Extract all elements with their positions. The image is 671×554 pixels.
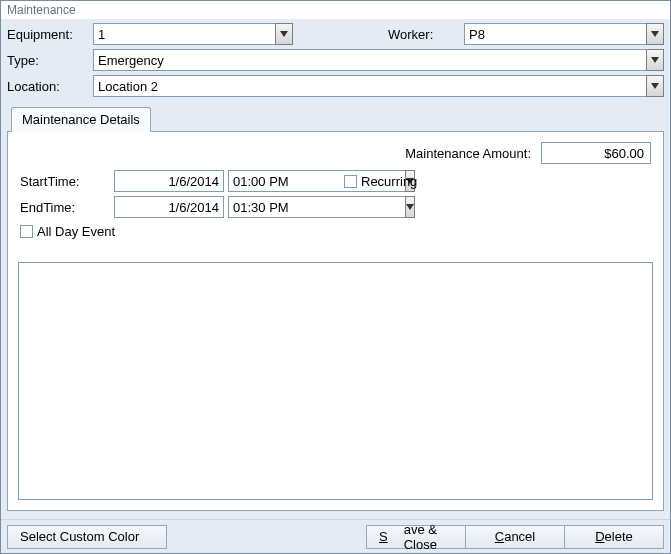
delete-button[interactable]: Delete bbox=[564, 525, 664, 549]
notes-textarea[interactable] bbox=[18, 262, 653, 500]
chevron-down-icon bbox=[406, 204, 414, 210]
all-day-checkbox[interactable] bbox=[20, 225, 33, 238]
chevron-down-icon bbox=[280, 31, 288, 37]
type-dropdown-button[interactable] bbox=[646, 49, 664, 71]
tab-maintenance-details[interactable]: Maintenance Details bbox=[11, 107, 151, 132]
window-title: Maintenance bbox=[1, 1, 670, 19]
content-panel: Maintenance Details Maintenance Amount: … bbox=[1, 101, 670, 519]
end-time-input[interactable] bbox=[228, 196, 405, 218]
save-and-close-button[interactable]: Save & Close bbox=[366, 525, 466, 549]
select-custom-color-button[interactable]: Select Custom Color bbox=[7, 525, 167, 549]
chevron-down-icon bbox=[651, 31, 659, 37]
all-day-label: All Day Event bbox=[37, 224, 115, 239]
equipment-combo[interactable] bbox=[93, 23, 293, 45]
recurring-checkbox[interactable] bbox=[344, 175, 357, 188]
location-label: Location: bbox=[7, 77, 87, 96]
equipment-label: Equipment: bbox=[7, 25, 87, 44]
start-time-combo[interactable] bbox=[228, 170, 338, 192]
tab-strip: Maintenance Details bbox=[7, 107, 664, 132]
location-dropdown-button[interactable] bbox=[646, 75, 664, 97]
equipment-input[interactable] bbox=[93, 23, 275, 45]
type-input[interactable] bbox=[93, 49, 646, 71]
start-time-label: StartTime: bbox=[20, 172, 110, 191]
type-combo[interactable] bbox=[93, 49, 664, 71]
amount-label: Maintenance Amount: bbox=[405, 144, 531, 163]
recurring-label: Recurring bbox=[361, 174, 417, 189]
equipment-dropdown-button[interactable] bbox=[275, 23, 293, 45]
end-time-dropdown-button[interactable] bbox=[405, 196, 415, 218]
cancel-button[interactable]: Cancel bbox=[465, 525, 565, 549]
location-combo[interactable] bbox=[93, 75, 664, 97]
worker-input[interactable] bbox=[464, 23, 646, 45]
end-date-input[interactable] bbox=[114, 196, 224, 218]
worker-combo[interactable] bbox=[464, 23, 664, 45]
tab-panel-maintenance-details: Maintenance Amount: StartTime: Recurring… bbox=[7, 131, 664, 511]
amount-input[interactable] bbox=[541, 142, 651, 164]
chevron-down-icon bbox=[651, 57, 659, 63]
header-panel: Equipment: Worker: Type: Location: bbox=[1, 19, 670, 106]
end-time-label: EndTime: bbox=[20, 198, 110, 217]
location-input[interactable] bbox=[93, 75, 646, 97]
end-time-combo[interactable] bbox=[228, 196, 338, 218]
chevron-down-icon bbox=[651, 83, 659, 89]
worker-dropdown-button[interactable] bbox=[646, 23, 664, 45]
footer-toolbar: Select Custom Color Save & Close Cancel … bbox=[1, 519, 670, 553]
worker-label: Worker: bbox=[388, 25, 458, 44]
type-label: Type: bbox=[7, 51, 87, 70]
start-date-input[interactable] bbox=[114, 170, 224, 192]
